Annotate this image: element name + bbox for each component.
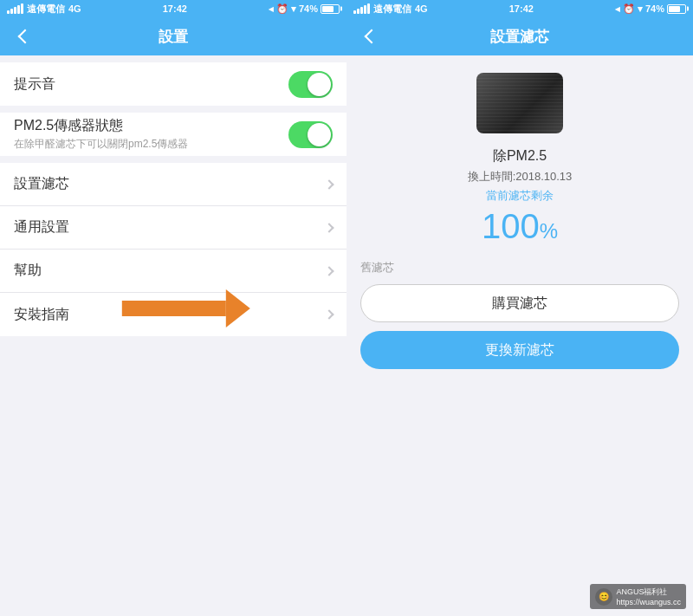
status-left-right: 遠傳電信 4G [353,3,428,16]
settings-section-nav: 設置濾芯 通用設置 幫助 [0,163,346,336]
nav-title-right: 設置濾芯 [490,27,549,47]
status-bar-left: 遠傳電信 4G 17:42 ◂ ⏰ ▾ 74% [0,0,346,17]
filter-image [476,73,563,133]
nav-bar-left: 設置 [0,17,346,55]
settings-item-general[interactable]: 通用設置 [0,206,346,250]
watermark-avatar: 😊 [595,588,612,606]
settings-section-pm25: PM2.5傳感器狀態 在除甲醛濾芯下可以關閉pm2.5傳感器 [0,113,346,156]
item-content-install: 安裝指南 [14,306,326,324]
signal-icon-right [353,3,370,14]
chevron-general [324,223,334,232]
item-right-sound [288,71,333,98]
item-right-pm25 [288,121,333,148]
status-right-right: ◂ ⏰ ▾ 74% [615,3,686,15]
item-right-help [326,268,333,275]
battery-icon-left [321,4,340,14]
item-content-sound: 提示音 [14,75,288,94]
battery-right: 74% [645,3,664,14]
chevron-install [324,309,334,319]
toggle-knob-pm25 [308,123,331,146]
settings-section-sound: 提示音 [0,62,346,106]
item-label-sound: 提示音 [14,75,288,94]
alarm-icon-r: ⏰ [623,3,635,15]
item-sublabel-pm25: 在除甲醛濾芯下可以關閉pm2.5傳感器 [14,137,288,152]
wifi-icon: ▾ [291,3,296,15]
settings-item-pm25[interactable]: PM2.5傳感器狀態 在除甲醛濾芯下可以關閉pm2.5傳感器 [0,113,346,156]
replace-filter-button[interactable]: 更換新濾芯 [360,331,679,369]
back-chevron-right [364,29,379,44]
carrier-left: 遠傳電信 [27,3,65,16]
settings-item-filter[interactable]: 設置濾芯 [0,163,346,206]
watermark-url: https://wuangus.cc [616,598,681,606]
item-content-general: 通用設置 [14,218,326,237]
item-label-general: 通用設置 [14,218,326,237]
wifi-icon-r: ▾ [638,3,643,15]
toggle-knob-sound [308,73,331,96]
filter-content: 除PM2.5 換上時間:2018.10.13 當前濾芯剩余 100% 舊濾芯 購… [346,55,693,616]
location-icon-r: ◂ [615,3,620,15]
filter-date: 換上時間:2018.10.13 [468,169,573,185]
filter-name: 除PM2.5 [493,147,547,165]
old-filter-label: 舊濾芯 [360,260,679,276]
toggle-pm25[interactable] [288,121,333,148]
nav-bar-right: 設置濾芯 [346,17,693,55]
chevron-help [324,266,334,276]
item-label-help: 幫助 [14,262,326,280]
battery-icon-right [667,4,686,14]
item-right-general [326,224,333,231]
location-icon: ◂ [269,3,274,15]
chevron-filter [324,179,334,189]
battery-left: 74% [299,3,318,14]
item-right-filter [326,181,333,188]
filter-pct-unit: % [540,219,558,243]
filter-remaining-label: 當前濾芯剩余 [486,188,554,204]
watermark: 😊 ANGUS福利社 https://wuangus.cc [590,584,686,609]
status-right-left: ◂ ⏰ ▾ 74% [269,3,340,15]
settings-item-help[interactable]: 幫助 [0,250,346,293]
item-label-filter: 設置濾芯 [14,175,326,193]
status-bar-right: 遠傳電信 4G 17:42 ◂ ⏰ ▾ 74% [346,0,693,17]
item-right-install [326,311,333,318]
watermark-site: ANGUS福利社 [616,587,681,598]
toggle-sound[interactable] [288,71,333,98]
item-content-filter: 設置濾芯 [14,175,326,193]
carrier-right: 遠傳電信 [373,3,411,16]
status-left: 遠傳電信 4G [7,3,81,16]
time-right: 17:42 [509,3,534,14]
settings-item-sound[interactable]: 提示音 [0,62,346,106]
back-button-right[interactable] [355,23,383,50]
settings-content: 提示音 PM2.5傳感器狀態 在除甲醛濾芯下可以關閉pm2.5傳感器 [0,55,346,616]
item-label-pm25: PM2.5傳感器狀態 [14,117,288,135]
signal-icon [7,3,23,14]
right-panel: 遠傳電信 4G 17:42 ◂ ⏰ ▾ 74% 設置濾芯 除PM2.5 換上時間… [346,0,693,616]
back-chevron-left [17,29,32,44]
network-right: 4G [415,3,428,14]
item-label-install: 安裝指南 [14,306,326,324]
time-left: 17:42 [163,3,187,14]
filter-percentage: 100% [482,207,558,246]
back-button-left[interactable] [9,23,36,50]
buy-filter-button[interactable]: 購買濾芯 [360,284,679,322]
watermark-content: ANGUS福利社 https://wuangus.cc [616,587,681,606]
left-panel: 遠傳電信 4G 17:42 ◂ ⏰ ▾ 74% 設置 提示音 [0,0,346,616]
network-left: 4G [68,3,81,14]
filter-pct-value: 100 [482,207,540,245]
nav-title-left: 設置 [159,27,188,47]
item-content-help: 幫助 [14,262,326,280]
settings-item-install[interactable]: 安裝指南 [0,293,346,336]
alarm-icon: ⏰ [276,3,288,15]
item-content-pm25: PM2.5傳感器狀態 在除甲醛濾芯下可以關閉pm2.5傳感器 [14,117,288,152]
